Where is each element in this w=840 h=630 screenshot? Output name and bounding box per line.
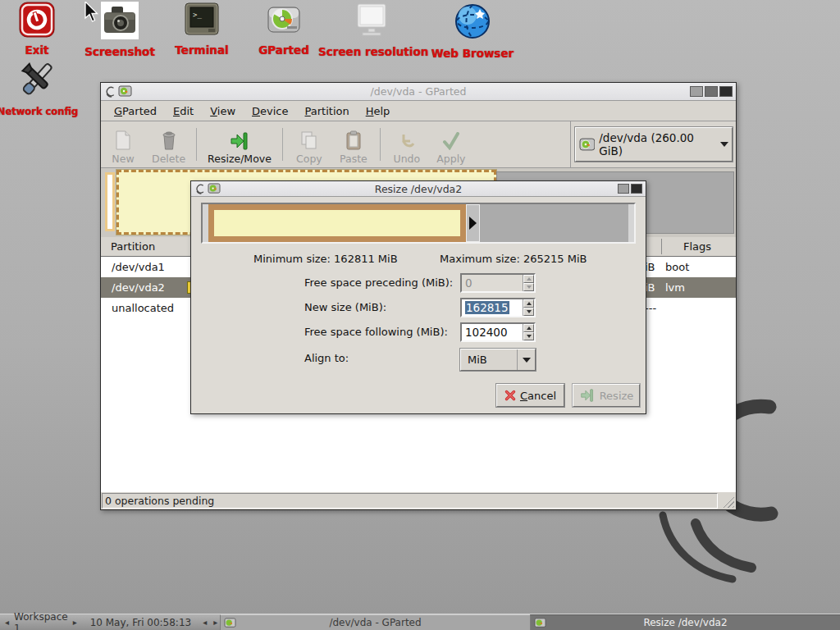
minimum-size-label: Minimum size: 162811 MiB: [253, 253, 398, 265]
device-disk-icon: [579, 137, 596, 152]
dialog-title: Resize /dev/vda2: [191, 183, 646, 195]
spin-up-button[interactable]: [523, 324, 534, 332]
device-selector[interactable]: /dev/vda (260.00 GiB): [575, 127, 733, 162]
free-space-preceding-input: 0: [460, 273, 536, 293]
resize-confirm-button[interactable]: Resize: [573, 384, 640, 407]
flags-cell: boot: [665, 257, 689, 277]
free-space-following-input[interactable]: 102400: [460, 322, 536, 342]
desktop-icon-network-config[interactable]: Network config: [0, 59, 87, 117]
resize-move-icon: [230, 129, 249, 150]
desktop-icon-label: Network config: [0, 106, 87, 117]
apply-button[interactable]: Apply: [429, 121, 473, 167]
align-to-value: MiB: [468, 354, 487, 366]
workspace-label: Workspace 1: [14, 611, 68, 630]
paste-button[interactable]: Paste: [331, 121, 376, 167]
new-button[interactable]: New: [101, 121, 145, 167]
tools-icon: [16, 59, 59, 103]
pending-operations-status: 0 operations pending: [102, 493, 718, 509]
maximize-button[interactable]: [705, 86, 718, 97]
taskbar-window-title: /dev/vda - GParted: [221, 617, 530, 628]
statusbar: 0 operations pending: [101, 491, 736, 509]
desktop-icon-web-browser[interactable]: Web Browser: [423, 2, 522, 60]
desktop-icon-label: Screen resolution: [318, 45, 425, 58]
copy-button[interactable]: Copy: [287, 121, 331, 167]
minimize-button[interactable]: [690, 86, 703, 97]
workspace-prev-icon[interactable]: ◂: [3, 618, 11, 627]
dialog-maximize-button[interactable]: [618, 184, 629, 194]
clock: 10 May, Fri 00:58:13: [90, 617, 192, 628]
toolbar-separator: [282, 128, 283, 161]
resize-move-button[interactable]: Resize/Move: [201, 121, 278, 167]
window-menu-swirl-icon[interactable]: [194, 184, 205, 194]
column-header-flags[interactable]: Flags: [661, 237, 733, 256]
toolbar: New Delete Resize/Move Copy Paste: [101, 121, 736, 168]
free-space-preceding-label: Free space preceding (MiB):: [304, 273, 457, 293]
apply-check-icon: [441, 129, 461, 150]
resize-partition-area[interactable]: [208, 204, 466, 242]
menu-device[interactable]: Device: [244, 103, 296, 120]
maximum-size-label: Maximum size: 265215 MiB: [440, 253, 587, 265]
menu-help[interactable]: Help: [358, 103, 399, 120]
workspace-next-icon[interactable]: ▸: [71, 618, 79, 627]
delete-button[interactable]: Delete: [145, 121, 192, 167]
partition-name: /dev/vda2: [101, 281, 165, 294]
dialog-close-button[interactable]: [631, 184, 642, 194]
resize-grip[interactable]: [719, 494, 734, 508]
new-size-label: New size (MiB):: [304, 298, 457, 317]
partition-name: /dev/vda1: [101, 261, 165, 273]
toolbar-separator: [380, 128, 381, 161]
menu-view[interactable]: View: [202, 103, 244, 120]
spin-down-button[interactable]: [523, 332, 534, 340]
size-fragment: ---: [645, 298, 656, 318]
new-size-input[interactable]: 162815: [460, 298, 536, 317]
tasklist-next-icon[interactable]: ▸: [212, 618, 219, 627]
taskbar: ◂ Workspace 1 ▸ 10 May, Fri 00:58:13 ◂ ▸…: [0, 614, 840, 630]
resize-arrow-icon: [579, 389, 596, 402]
mouse-cursor: [84, 2, 101, 23]
partition-name: unallocated: [101, 302, 174, 314]
cancel-button[interactable]: Cancel: [496, 384, 564, 407]
svg-text:>_: >_: [193, 11, 202, 19]
desktop-icon-screen-resolution[interactable]: Screen resolution: [318, 2, 425, 58]
chevron-down-icon: [523, 358, 531, 363]
flags-cell: lvm: [665, 277, 685, 298]
menu-partition[interactable]: Partition: [297, 103, 358, 120]
copy-icon: [300, 129, 318, 150]
spin-down-button[interactable]: [523, 308, 534, 316]
desktop-icon-label: Web Browser: [423, 47, 522, 60]
gparted-titlebar[interactable]: /dev/vda - GParted: [101, 83, 736, 101]
gparted-mini-icon: [534, 618, 546, 628]
taskbar-window-resize-dialog[interactable]: Resize /dev/vda2: [530, 614, 840, 630]
align-to-select[interactable]: MiB: [460, 349, 536, 371]
dialog-titlebar[interactable]: Resize /dev/vda2: [191, 181, 646, 197]
device-zone: /dev/vda (260.00 GiB): [570, 121, 736, 167]
close-button[interactable]: [719, 86, 733, 97]
resize-free-space-area[interactable]: [480, 204, 628, 242]
chevron-down-icon: [720, 142, 728, 147]
window-menu-swirl-icon[interactable]: [104, 86, 116, 98]
spin-up-button[interactable]: [523, 299, 534, 308]
column-header-partition[interactable]: Partition: [101, 240, 155, 253]
spin-down-button: [523, 283, 534, 291]
power-icon: [19, 2, 55, 41]
trash-icon: [162, 129, 176, 150]
drag-arrow-icon: [469, 217, 477, 230]
cancel-x-icon: [504, 390, 516, 401]
taskbar-window-gparted[interactable]: /dev/vda - GParted: [220, 614, 530, 630]
partition-block-vda1[interactable]: [105, 172, 115, 231]
menu-gparted[interactable]: GParted: [106, 103, 165, 120]
selected-text: 162815: [465, 301, 509, 314]
resize-drag-handle[interactable]: [466, 204, 480, 242]
monitor-icon: [353, 2, 390, 43]
undo-icon: [398, 129, 416, 150]
window-title: /dev/vda - GParted: [101, 85, 736, 98]
tasklist-prev-icon[interactable]: ◂: [201, 618, 208, 627]
taskbar-window-title: Resize /dev/vda2: [531, 617, 840, 628]
terminal-icon: >_: [184, 2, 220, 41]
gparted-mini-icon: [208, 183, 221, 194]
resize-slider-widget: [201, 203, 636, 244]
undo-button[interactable]: Undo: [385, 121, 429, 167]
paste-icon: [345, 129, 362, 150]
menu-edit[interactable]: Edit: [165, 103, 202, 120]
gparted-disk-icon: [266, 2, 302, 41]
